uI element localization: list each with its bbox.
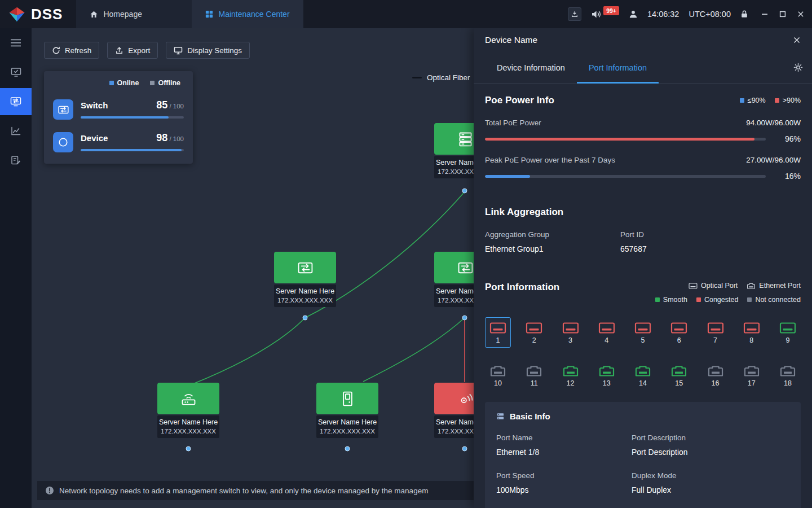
port-state-legend-item: Not connected (747, 296, 801, 304)
port-16[interactable]: 16 (703, 360, 729, 391)
node-name: Server Name Here (275, 287, 335, 295)
minimize-button[interactable] (761, 11, 768, 17)
port-5[interactable]: 5 (630, 317, 656, 348)
refresh-icon (52, 46, 60, 55)
ethernet-port-icon (707, 364, 724, 378)
poe-progress-track (485, 175, 766, 178)
port-3[interactable]: 3 (558, 317, 584, 348)
optical-fiber-legend: Optical Fiber (412, 73, 470, 82)
panel-close-button[interactable] (793, 36, 801, 44)
port-1[interactable]: 1 (485, 317, 511, 348)
port-number: 3 (568, 336, 572, 344)
export-label: Export (128, 46, 150, 55)
port-12[interactable]: 12 (558, 360, 584, 391)
port-number: 2 (532, 336, 536, 344)
download-tray-icon (571, 10, 579, 18)
basic-info-heading: Basic Info (510, 411, 550, 421)
close-icon (793, 36, 801, 44)
link-aggregation-field: Aggregation Group Ethernet Group1 (485, 230, 620, 253)
port-14[interactable]: 14 (630, 360, 656, 391)
port-17[interactable]: 17 (739, 360, 765, 391)
user-button[interactable] (629, 10, 638, 19)
port-number: 15 (675, 379, 683, 387)
optical-port-icon (670, 321, 687, 335)
field-value: Ethernet Group1 (485, 244, 620, 253)
stat-row-device: Device 98 / 100 (53, 132, 184, 152)
sidebar-item-statistics[interactable] (0, 117, 32, 144)
stat-label: Device (81, 133, 108, 143)
panel-settings-button[interactable] (793, 63, 803, 72)
switch-icon (456, 259, 475, 277)
notice-text: Network topology needs to add a manageme… (59, 487, 428, 495)
speaker-icon (591, 10, 602, 19)
ethernet-port-icon (743, 364, 760, 378)
tab-port-information[interactable]: Port Information (577, 52, 659, 84)
poe-progress-track (485, 138, 766, 141)
port-7[interactable]: 7 (703, 317, 729, 348)
minimize-icon (761, 11, 768, 17)
app-window: DSS Homepage Maintenance Center (0, 0, 812, 508)
panel-tabs: Device Information Port Information (474, 52, 812, 84)
poe-heading: Poe Power Info (485, 95, 554, 106)
gear-icon (793, 63, 803, 72)
tab-device-information[interactable]: Device Information (485, 52, 577, 84)
port-row-optical: 1 2 3 4 5 6 7 8 (485, 317, 801, 348)
port-8[interactable]: 8 (739, 317, 765, 348)
node-icon-box (316, 383, 378, 414)
port-9[interactable]: 9 (775, 317, 801, 348)
sidebar-item-monitor[interactable] (0, 59, 32, 86)
node-label: Server Name Here 172.XXX.XXX.XXX (157, 415, 219, 438)
link-aggregation-heading: Link Aggregation (485, 207, 801, 218)
panel-title: Device Name (485, 35, 537, 45)
device-stats: Switch 85 / 100 Device 98 / 100 (53, 99, 184, 152)
user-icon (629, 10, 638, 19)
port-18[interactable]: 18 (775, 360, 801, 391)
ethernet-port-icon-legend: Ethernet Port (747, 282, 801, 290)
device-icon (57, 136, 69, 148)
port-number: 17 (748, 379, 756, 387)
display-settings-button[interactable]: Display Settings (166, 42, 250, 59)
topology-node-switch[interactable]: Server Name Here 172.XXX.XXX.XXX (274, 252, 336, 307)
poe-legend: ≤90%>90% (731, 97, 801, 104)
port-15[interactable]: 15 (666, 360, 692, 391)
stat-row-switch: Switch 85 / 100 (53, 99, 184, 120)
notifications-button[interactable]: 99+ (591, 10, 619, 19)
port-number: 13 (603, 379, 611, 387)
sidebar-item-network-topology[interactable] (0, 88, 32, 115)
export-button[interactable]: Export (107, 42, 158, 59)
field-value: Port Description (632, 448, 789, 457)
topology-node-router[interactable]: Server Name Here 172.XXX.XXX.XXX (157, 383, 219, 438)
app-title: DSS (31, 6, 63, 23)
stat-progress (81, 116, 184, 119)
port-13[interactable]: 13 (594, 360, 620, 391)
alarm-icon (456, 389, 475, 408)
basic-info-field: Port Speed 100Mbps (496, 471, 632, 494)
sidebar-item-logs[interactable] (0, 147, 32, 174)
tab-homepage[interactable]: Homepage (76, 0, 192, 28)
port-10[interactable]: 10 (485, 360, 511, 391)
monitor-check-icon (11, 67, 21, 77)
topology-node-door[interactable]: Server Name Here 172.XXX.XXX.XXX (316, 383, 378, 438)
optical-port-icon (562, 321, 579, 335)
port-number: 18 (784, 379, 792, 387)
lock-button[interactable] (740, 10, 748, 19)
port-11[interactable]: 11 (521, 360, 547, 391)
port-number: 5 (641, 336, 645, 344)
port-4[interactable]: 4 (594, 317, 620, 348)
field-value: 657687 (620, 244, 801, 253)
link-aggregation-field: Port ID 657687 (620, 230, 801, 253)
port-2[interactable]: 2 (521, 317, 547, 348)
port-state-legend-item: Congested (696, 296, 738, 304)
stat-icon-device (53, 132, 73, 152)
screen-tool-button[interactable] (568, 7, 581, 21)
port-row-ethernet: 10 11 12 13 14 15 16 17 (485, 360, 801, 391)
clock-time: 14:06:32 (647, 10, 679, 19)
close-window-button[interactable] (797, 11, 804, 17)
maximize-button[interactable] (779, 11, 786, 17)
tab-maintenance-center[interactable]: Maintenance Center (192, 0, 303, 28)
refresh-button[interactable]: Refresh (44, 42, 99, 59)
optical-port-icon (707, 321, 724, 335)
sidebar-menu-toggle[interactable] (0, 29, 32, 56)
port-6[interactable]: 6 (666, 317, 692, 348)
chart-icon (11, 126, 21, 135)
